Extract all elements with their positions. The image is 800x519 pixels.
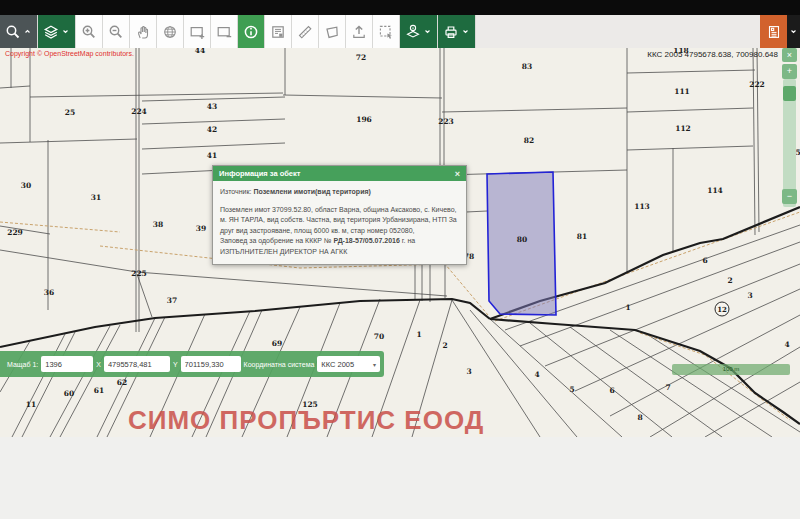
zoom-in-icon xyxy=(81,24,97,40)
popup-order-authority: ИЗПЪЛНИТЕЛЕН ДИРЕКТОР НА АГКК xyxy=(220,248,347,255)
rect-plus-icon xyxy=(189,24,205,40)
info-popup-body: Източник: Поземлени имоти(вид територия)… xyxy=(213,181,466,264)
status-bar: Мащаб 1: X Y Координатна система ККС 200… xyxy=(0,351,384,377)
top-black-bar xyxy=(0,0,800,15)
crs-selected-value: ККС 2005 xyxy=(321,360,365,369)
watermark: СИМО ПРОПЪРТИС ЕООД xyxy=(128,405,484,436)
rect-minus-icon xyxy=(216,24,232,40)
info-popup-title: Информация за обект xyxy=(219,169,455,178)
toolbar-buttons xyxy=(0,15,476,48)
chevron-down-icon: ▾ xyxy=(373,361,376,368)
popup-parcel-description: Поземлен имот 37099.52.80, област Варна,… xyxy=(220,206,457,234)
map-scale-bar: 100 m xyxy=(672,364,790,375)
x-label: X xyxy=(96,361,101,368)
toolbar-menu xyxy=(760,15,800,48)
info-popup: Информация за обект × Източник: Поземлен… xyxy=(212,165,467,265)
popup-order-prefix: Заповед за одобрение на КККР № xyxy=(220,237,333,244)
toolbar xyxy=(0,15,800,49)
search-icon xyxy=(5,24,21,40)
toolbar-spacer xyxy=(476,15,760,48)
info-popup-header[interactable]: Информация за обект × xyxy=(213,166,466,181)
crs-label: Координатна система xyxy=(244,361,315,368)
popup-source-label: Източник: xyxy=(220,188,252,195)
measure-area-button[interactable] xyxy=(319,15,346,48)
x-coordinate-input[interactable] xyxy=(104,356,170,372)
layers-button[interactable] xyxy=(38,15,76,48)
layers-info-icon xyxy=(405,24,421,40)
globe-icon xyxy=(162,24,178,40)
print-button[interactable] xyxy=(438,15,476,48)
caret-up-icon xyxy=(23,27,32,36)
zoom-slider-track[interactable] xyxy=(783,79,796,207)
info-icon xyxy=(243,24,259,40)
object-info-button[interactable] xyxy=(238,15,265,48)
caret-down-icon xyxy=(423,27,432,36)
y-coordinate-input[interactable] xyxy=(181,356,241,372)
layers-icon xyxy=(43,24,59,40)
measure-distance-button[interactable] xyxy=(292,15,319,48)
search-button[interactable] xyxy=(0,15,38,48)
caret-down-icon xyxy=(789,27,798,36)
scale-input[interactable] xyxy=(41,356,93,372)
selected-parcel xyxy=(487,172,556,315)
crs-select[interactable]: ККС 2005 ▾ xyxy=(317,356,380,372)
identify-button[interactable] xyxy=(265,15,292,48)
caret-down-icon xyxy=(61,27,70,36)
polygon-icon xyxy=(324,24,340,40)
zoom-out-button[interactable] xyxy=(103,15,130,48)
pan-button[interactable] xyxy=(130,15,157,48)
coords-readout: ККС 2005 4795678.638, 700980.648 xyxy=(647,50,778,59)
popup-source-value: Поземлени имоти(вид територия) xyxy=(254,188,371,195)
identify-icon xyxy=(270,24,286,40)
menu-caret-button[interactable] xyxy=(787,15,800,48)
export-button[interactable] xyxy=(346,15,373,48)
popup-order-suffix: г. на xyxy=(400,237,415,244)
zoom-in-button[interactable] xyxy=(76,15,103,48)
hand-icon xyxy=(135,24,151,40)
menu-button[interactable] xyxy=(760,15,787,48)
map-info-button[interactable] xyxy=(400,15,438,48)
coords-close-button[interactable]: × xyxy=(782,48,797,62)
doc-menu-icon xyxy=(766,24,782,40)
page-background xyxy=(0,437,800,519)
popup-close-icon[interactable]: × xyxy=(455,169,460,179)
zoom-out-icon xyxy=(108,24,124,40)
caret-down-icon xyxy=(461,27,470,36)
upload-icon xyxy=(351,24,367,40)
select-region-button[interactable] xyxy=(373,15,400,48)
map-canvas[interactable]: 4472831182221111121151962232244342412530… xyxy=(0,48,800,437)
popup-order-number: РД-18-57/05.07.2016 xyxy=(333,237,399,244)
zoom-out-window-button[interactable] xyxy=(211,15,238,48)
copyright-notice: Copyright © OpenStreetMap contributors. xyxy=(5,50,134,57)
full-extent-button[interactable] xyxy=(157,15,184,48)
ruler-icon xyxy=(297,24,313,40)
zoom-out-button[interactable]: − xyxy=(782,189,797,204)
app-window: 4472831182221111121151962232244342412530… xyxy=(0,0,800,519)
y-label: Y xyxy=(173,361,178,368)
print-icon xyxy=(443,24,459,40)
zoom-in-button[interactable]: + xyxy=(782,64,797,79)
scale-label: Мащаб 1: xyxy=(7,361,38,368)
zoom-slider-handle[interactable] xyxy=(783,86,796,101)
select-icon xyxy=(378,24,394,40)
zoom-window-button[interactable] xyxy=(184,15,211,48)
